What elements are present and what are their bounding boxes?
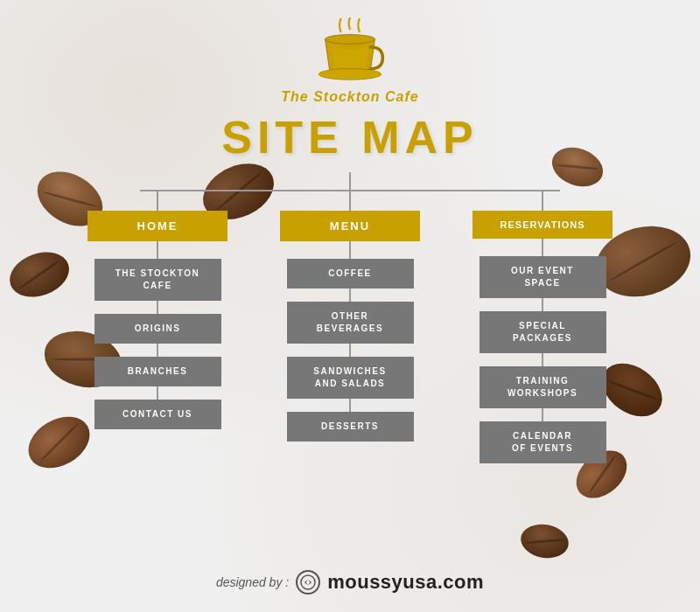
- footer-domain: moussyusa.com: [327, 571, 484, 594]
- footer-designed-by: designed by :: [216, 575, 289, 589]
- columns-row: HOME THE STOCKTONCAFE ORIGINS BRANCHES: [44, 191, 656, 463]
- menu-top-line: [349, 191, 351, 211]
- menu-child-3[interactable]: SANDWICHESAND SALADS: [287, 357, 414, 399]
- list-item: OUR EVENTSPACE: [480, 256, 606, 298]
- home-child-2[interactable]: ORIGINS: [94, 314, 221, 344]
- home-child-3[interactable]: BRANCHES: [94, 357, 221, 386]
- column-home: HOME THE STOCKTONCAFE ORIGINS BRANCHES: [61, 191, 254, 463]
- home-children: THE STOCKTONCAFE ORIGINS BRANCHES CONTAC…: [61, 259, 254, 429]
- reservations-top-line: [542, 191, 543, 211]
- svg-point-2: [318, 69, 381, 80]
- column-menu: MENU COFFEE OTHERBEVERAGES SANDWICHESAND…: [254, 191, 446, 463]
- menu-mid-line: [349, 241, 351, 259]
- brand-name: The Stockton Cafe: [281, 89, 418, 105]
- home-header[interactable]: HOME: [88, 211, 228, 241]
- list-item: BRANCHES: [94, 344, 221, 386]
- logo-container: The Stockton Cafe: [281, 17, 418, 105]
- menu-child-1[interactable]: COFFEE: [287, 259, 414, 289]
- reservations-child-2[interactable]: SPECIALPACKAGES: [480, 311, 606, 353]
- menu-child-2[interactable]: OTHERBEVERAGES: [287, 302, 414, 344]
- column-reservations: RESERVATIONS OUR EVENTSPACE SPECIALPACKA…: [446, 191, 639, 463]
- list-item: DESSERTS: [287, 399, 414, 442]
- home-child-1[interactable]: THE STOCKTONCAFE: [94, 259, 221, 301]
- menu-child-4[interactable]: DESSERTS: [287, 412, 414, 442]
- list-item: ORIGINS: [94, 301, 221, 344]
- list-item: CALENDAROF EVENTS: [480, 408, 606, 463]
- list-item: THE STOCKTONCAFE: [94, 259, 221, 301]
- reservations-child-1[interactable]: OUR EVENTSPACE: [480, 256, 606, 298]
- home-top-line: [157, 191, 158, 211]
- list-item: SANDWICHESAND SALADS: [287, 344, 414, 399]
- reservations-child-4[interactable]: CALENDAROF EVENTS: [480, 421, 606, 463]
- menu-header[interactable]: MENU: [280, 211, 420, 241]
- home-mid-line: [157, 241, 158, 259]
- site-map-title: SITE MAP: [221, 111, 479, 163]
- coffee-cup-icon: [311, 17, 389, 87]
- footer-logo-circle: [296, 570, 320, 595]
- footer-logo-icon: [299, 574, 317, 591]
- list-item: TRAININGWORKSHOPS: [480, 353, 606, 408]
- svg-point-4: [306, 581, 310, 584]
- list-item: CONTACT US: [94, 386, 221, 429]
- main-content: The Stockton Cafe SITE MAP HOME THE STOC…: [0, 0, 700, 463]
- svg-point-0: [326, 35, 375, 45]
- list-item: SPECIALPACKAGES: [480, 298, 606, 353]
- reservations-header[interactable]: RESERVATIONS: [472, 211, 612, 239]
- reservations-child-3[interactable]: TRAININGWORKSHOPS: [480, 366, 606, 408]
- footer: designed by : moussyusa.com: [0, 570, 700, 595]
- coffee-bean-10: [518, 521, 571, 562]
- tree-container: HOME THE STOCKTONCAFE ORIGINS BRANCHES: [44, 172, 656, 463]
- reservations-mid-line: [542, 239, 543, 256]
- menu-children: COFFEE OTHERBEVERAGES SANDWICHESAND SALA…: [254, 259, 446, 442]
- list-item: OTHERBEVERAGES: [287, 289, 414, 344]
- home-child-4[interactable]: CONTACT US: [94, 400, 221, 429]
- reservations-children: OUR EVENTSPACE SPECIALPACKAGES TRAININGW…: [446, 256, 639, 463]
- list-item: COFFEE: [287, 259, 414, 289]
